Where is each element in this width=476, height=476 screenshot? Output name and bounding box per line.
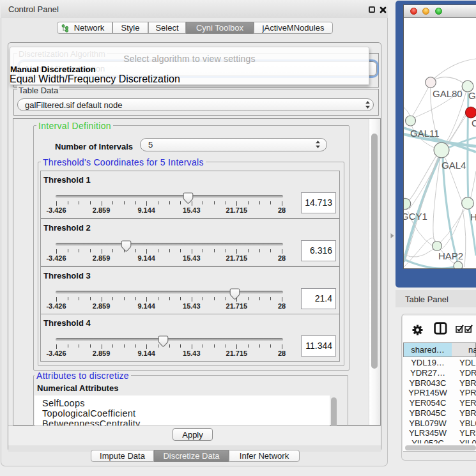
svg-text:GAL4: GAL4	[441, 160, 466, 171]
svg-text:GAL4: GAL4	[468, 90, 476, 101]
svg-text:GAL80: GAL80	[433, 88, 463, 99]
svg-text:GAL11: GAL11	[410, 128, 440, 139]
svg-text:C: C	[472, 118, 476, 128]
svg-text:H: H	[470, 211, 476, 222]
svg-text:GCY1: GCY1	[404, 211, 427, 222]
svg-text:HAP2: HAP2	[438, 250, 463, 261]
